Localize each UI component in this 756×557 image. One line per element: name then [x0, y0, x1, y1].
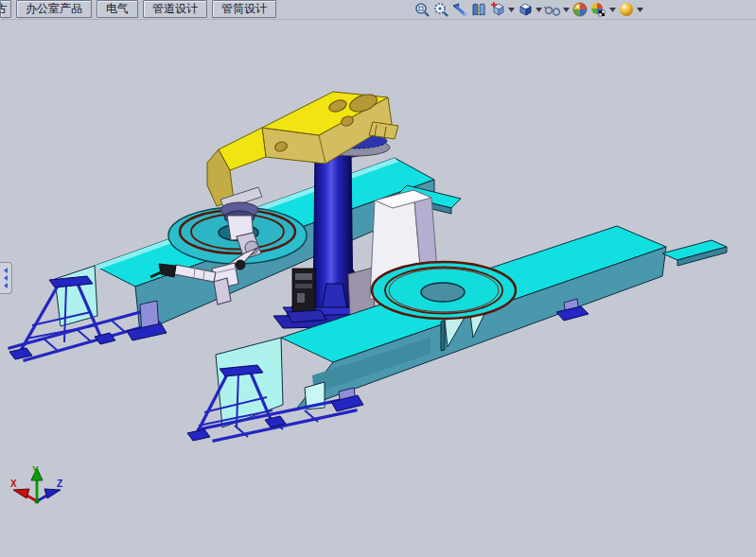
view-orientation-icon	[489, 1, 506, 18]
tab-office-products[interactable]: 办公室产品	[16, 0, 92, 18]
expand-arrow-icon	[4, 268, 8, 273]
edit-appearance-button[interactable]	[571, 1, 589, 18]
view-orientation-dropdown[interactable]	[507, 1, 516, 18]
expand-arrow-icon	[4, 283, 8, 288]
tab-partial[interactable]: 古	[0, 0, 11, 18]
glasses-icon	[543, 1, 562, 18]
apply-scene-dropdown[interactable]	[608, 1, 617, 18]
hide-show-items-button[interactable]	[543, 1, 562, 18]
expand-arrow-icon	[4, 275, 8, 281]
zoom-to-fit-button[interactable]	[413, 1, 431, 18]
orientation-triad: X Y Z	[10, 465, 62, 504]
triad-y-label: Y	[32, 465, 39, 476]
display-style-dropdown[interactable]	[535, 1, 543, 18]
tab-piping-design[interactable]: 管道设计	[143, 0, 207, 18]
appearance-ball-icon	[571, 1, 589, 18]
commandmanager-tabs: 古 办公室产品 电气 管道设计 管筒设计	[0, 0, 276, 18]
view-orientation-button[interactable]	[488, 1, 507, 18]
zoom-to-area-button[interactable]	[431, 1, 450, 18]
view-settings-dropdown[interactable]	[636, 1, 644, 18]
view-toolbar	[413, 1, 644, 18]
display-style-button[interactable]	[516, 1, 535, 18]
section-view-icon	[470, 1, 487, 18]
display-style-icon	[517, 1, 534, 18]
right-rotary-ring[interactable]	[372, 262, 516, 319]
hide-show-items-dropdown[interactable]	[562, 1, 571, 18]
previous-view-icon	[451, 1, 468, 18]
command-toolbar: 古 办公室产品 电气 管道设计 管筒设计	[0, 0, 756, 20]
gold-sphere-icon	[618, 1, 635, 18]
tab-tube-design[interactable]: 管筒设计	[212, 0, 276, 18]
zoom-fit-icon	[413, 1, 431, 18]
triad-z-label: Z	[57, 479, 62, 489]
3d-viewport[interactable]: X Y Z	[0, 0, 756, 557]
section-view-button[interactable]	[469, 1, 488, 18]
feature-tree-collapsed-tab[interactable]	[0, 262, 12, 294]
apply-scene-button[interactable]	[589, 1, 608, 18]
view-settings-button[interactable]	[617, 1, 636, 18]
zoom-area-icon	[432, 1, 449, 18]
scene-ball-icon	[589, 1, 608, 18]
tab-electrical[interactable]: 电气	[97, 0, 138, 18]
previous-view-button[interactable]	[450, 1, 469, 18]
solidworks-window: { "window": {"app": "SolidWorks 3D CAD v…	[0, 0, 756, 557]
triad-x-label: X	[10, 479, 17, 489]
